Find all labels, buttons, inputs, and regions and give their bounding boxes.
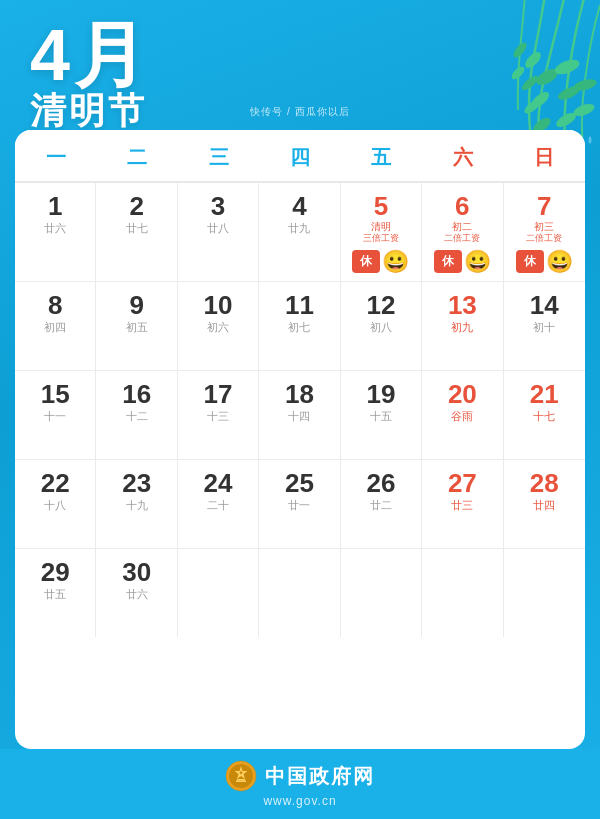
day-22: 22 [41,470,70,496]
weekday-mon: 一 [15,130,96,181]
lunar-26: 廿二 [370,498,392,513]
svg-rect-24 [237,779,245,781]
cell-empty-5 [504,549,585,637]
emoji-5: 😀 [382,249,409,275]
emoji-6: 😀 [464,249,491,275]
lunar-10: 初六 [207,320,229,335]
cell-16: 16 十二 [96,371,177,459]
lunar-4: 廿九 [288,221,310,236]
lunar-12: 初八 [370,320,392,335]
day-4: 4 [292,193,306,219]
cell-3: 3 廿八 [178,183,259,281]
emoji-7: 😀 [546,249,573,275]
calendar-row-2: 8 初四 9 初五 10 初六 11 初七 12 初八 13 初九 [15,282,585,371]
day-9: 9 [129,292,143,318]
lunar-25: 廿一 [288,498,310,513]
cell-18: 18 十四 [259,371,340,459]
lunar-2: 廿七 [126,221,148,236]
day-12: 12 [366,292,395,318]
day-15: 15 [41,381,70,407]
cell-9: 9 初五 [96,282,177,370]
cell-19: 19 十五 [341,371,422,459]
lunar-16: 十二 [126,409,148,424]
cell-25: 25 廿一 [259,460,340,548]
day-6: 6 [455,193,469,219]
lunar-13: 初九 [451,320,473,335]
gov-emblem-icon [225,760,257,792]
cell-14: 14 初十 [504,282,585,370]
cell-24: 24 二十 [178,460,259,548]
lunar-23: 十九 [126,498,148,513]
cell-29: 29 廿五 [15,549,96,637]
weekday-sat: 六 [422,130,503,181]
day-18: 18 [285,381,314,407]
lunar-11: 初七 [288,320,310,335]
day-23: 23 [122,470,151,496]
day-1: 1 [48,193,62,219]
day-16: 16 [122,381,151,407]
lunar-15: 十一 [44,409,66,424]
gov-logo-row: 中国政府网 [225,760,375,792]
holiday-badge-7: 休 [516,250,544,273]
day-24: 24 [204,470,233,496]
cell-13: 13 初九 [422,282,503,370]
day-5: 5 [374,193,388,219]
cell-22: 22 十八 [15,460,96,548]
cell-23: 23 十九 [96,460,177,548]
lunar-14: 初十 [533,320,555,335]
festival-5: 清明 [371,220,391,233]
cell-empty-3 [341,549,422,637]
weekday-tue: 二 [96,130,177,181]
svg-rect-25 [236,781,246,783]
lunar-27: 廿三 [451,498,473,513]
festival-7: 初三 [534,220,554,233]
lunar-20: 谷雨 [451,409,473,424]
calendar-container: 一 二 三 四 五 六 日 1 廿六 2 廿七 3 廿八 4 廿九 [15,130,585,749]
gov-name: 中国政府网 [265,763,375,790]
cell-20: 20 谷雨 [422,371,503,459]
weekday-sun: 日 [504,130,585,181]
day-29: 29 [41,559,70,585]
lunar-29: 廿五 [44,587,66,602]
festival-title: 清明节 [30,87,600,136]
cell-11: 11 初七 [259,282,340,370]
lunar-18: 十四 [288,409,310,424]
holiday-badge-6: 休 [434,250,462,273]
calendar-body: 1 廿六 2 廿七 3 廿八 4 廿九 5 清明 三倍工资 休 [15,183,585,637]
calendar-row-1: 1 廿六 2 廿七 3 廿八 4 廿九 5 清明 三倍工资 休 [15,183,585,282]
lunar-28: 廿四 [533,498,555,513]
festival-6: 初二 [452,220,472,233]
lunar-1: 廿六 [44,221,66,236]
day-30: 30 [122,559,151,585]
lunar-17: 十三 [207,409,229,424]
bottom-bar: 中国政府网 www.gov.cn [0,749,600,819]
wage-6: 二倍工资 [444,233,480,245]
cell-12: 12 初八 [341,282,422,370]
wage-5: 三倍工资 [363,233,399,245]
day-21: 21 [530,381,559,407]
lunar-24: 二十 [207,498,229,513]
cell-7: 7 初三 二倍工资 休 😀 [504,183,585,281]
lunar-19: 十五 [370,409,392,424]
day-3: 3 [211,193,225,219]
cell-6: 6 初二 二倍工资 休 😀 [422,183,503,281]
cell-5: 5 清明 三倍工资 休 😀 [341,183,422,281]
day-10: 10 [204,292,233,318]
day-27: 27 [448,470,477,496]
cell-empty-4 [422,549,503,637]
cell-empty-2 [259,549,340,637]
cell-26: 26 廿二 [341,460,422,548]
month-title: 4月 [30,19,600,91]
day-26: 26 [366,470,395,496]
calendar-row-3: 15 十一 16 十二 17 十三 18 十四 19 十五 20 谷雨 [15,371,585,460]
cell-8: 8 初四 [15,282,96,370]
calendar-header: 一 二 三 四 五 六 日 [15,130,585,183]
cell-10: 10 初六 [178,282,259,370]
badge-row-5: 休 😀 [352,249,409,275]
weekday-thu: 四 [259,130,340,181]
day-11: 11 [285,292,314,318]
wage-7: 二倍工资 [526,233,562,245]
gov-url: www.gov.cn [263,794,336,808]
cell-17: 17 十三 [178,371,259,459]
weekday-wed: 三 [178,130,259,181]
